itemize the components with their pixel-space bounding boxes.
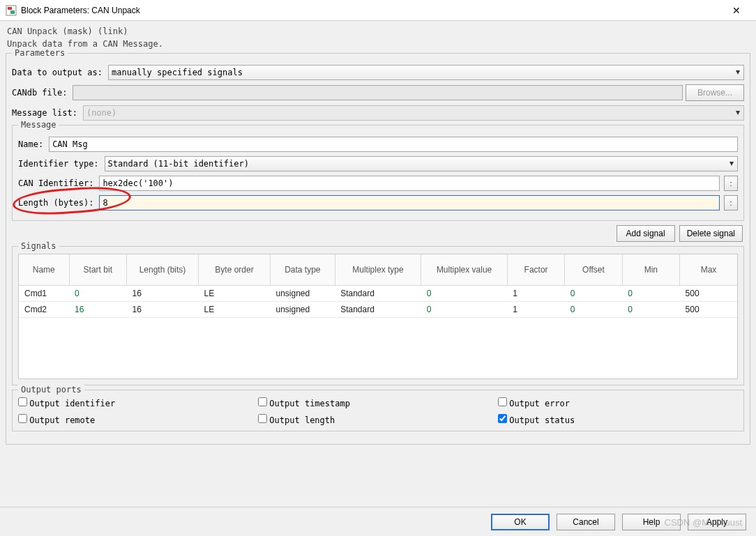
col-length-bits: Length (bits) (126, 254, 198, 285)
candb-file-input (73, 85, 683, 100)
cell-mvalue[interactable]: 0 (421, 285, 508, 301)
output-error-checkbox[interactable]: Output error (498, 397, 738, 408)
content-area: CAN Unpack (mask) (link) Unpack data fro… (0, 21, 756, 507)
message-fieldset: Message Name: Identifier type: Standard … (12, 125, 744, 221)
cell-factor[interactable]: 1 (507, 301, 564, 317)
cancel-button[interactable]: Cancel (557, 514, 615, 530)
col-multiplex-type: Multiplex type (335, 254, 421, 285)
signals-header-row: Name Start bit Length (bits) Byte order … (19, 254, 737, 285)
can-identifier-input[interactable] (99, 176, 720, 191)
help-button[interactable]: Help (622, 514, 681, 530)
can-identifier-label: CAN Identifier: (18, 178, 93, 188)
ok-button[interactable]: OK (491, 514, 550, 530)
data-to-output-select[interactable]: manually specified signals (108, 65, 744, 80)
output-timestamp-checkbox[interactable]: Output timestamp (258, 397, 498, 408)
add-signal-button[interactable]: Add signal (617, 225, 675, 242)
cell-mvalue[interactable]: 0 (421, 301, 508, 317)
close-button[interactable]: ✕ (723, 1, 750, 20)
length-more-button[interactable]: : (724, 195, 738, 210)
message-name-label: Name: (18, 139, 43, 149)
message-list-select: (none) (83, 105, 744, 121)
close-icon: ✕ (732, 5, 741, 16)
cell-max[interactable]: 500 (680, 285, 737, 301)
col-name: Name (19, 254, 69, 285)
col-min: Min (622, 254, 679, 285)
output-remote-checkbox[interactable]: Output remote (18, 414, 258, 425)
delete-signal-button[interactable]: Delete signal (679, 225, 743, 242)
cell-order[interactable]: LE (198, 285, 270, 301)
cell-min[interactable]: 0 (622, 301, 679, 317)
svg-rect-1 (8, 7, 12, 10)
length-label: Length (bytes): (18, 198, 93, 208)
length-input[interactable] (99, 195, 720, 210)
col-factor: Factor (507, 254, 564, 285)
col-max: Max (680, 254, 737, 285)
col-byte-order: Byte order (198, 254, 270, 285)
app-icon (6, 5, 17, 16)
col-multiplex-value: Multiplex value (421, 254, 508, 285)
cell-dtype[interactable]: unsigned (270, 301, 335, 317)
cell-offset[interactable]: 0 (565, 301, 622, 317)
cell-length[interactable]: 16 (126, 301, 198, 317)
message-legend: Message (18, 120, 59, 130)
message-list-label: Message list: (12, 108, 77, 118)
cell-order[interactable]: LE (198, 301, 270, 317)
browse-button: Browse... (686, 84, 744, 101)
col-start-bit: Start bit (69, 254, 126, 285)
apply-button[interactable]: Apply (688, 514, 746, 530)
mask-link-line: CAN Unpack (mask) (link) (7, 26, 750, 36)
message-name-input[interactable] (49, 137, 738, 152)
parameters-fieldset: Parameters Data to output as: manually s… (6, 53, 750, 445)
cell-factor[interactable]: 1 (507, 285, 564, 301)
signals-table-wrap[interactable]: Name Start bit Length (bits) Byte order … (18, 254, 738, 379)
data-to-output-label: Data to output as: (12, 68, 103, 77)
cell-start[interactable]: 16 (69, 301, 126, 317)
window-title: Block Parameters: CAN Unpack (21, 6, 140, 15)
output-ports-legend: Output ports (18, 385, 84, 395)
cell-name[interactable]: Cmd1 (19, 285, 69, 301)
output-identifier-checkbox[interactable]: Output identifier (18, 397, 258, 408)
table-row[interactable]: Cmd1016LEunsignedStandard0100500 (19, 285, 737, 301)
identifier-type-label: Identifier type: (18, 159, 99, 169)
parameters-legend: Parameters (12, 48, 68, 58)
table-row[interactable]: Cmd21616LEunsignedStandard0100500 (19, 301, 737, 317)
identifier-type-select[interactable]: Standard (11-bit identifier) (105, 156, 738, 171)
dialog-footer: OK Cancel Help Apply CSDN @Mr.Cssust (0, 507, 756, 536)
cell-name[interactable]: Cmd2 (19, 301, 69, 317)
can-identifier-more-button[interactable]: : (724, 176, 738, 191)
signals-table: Name Start bit Length (bits) Byte order … (19, 254, 737, 318)
svg-rect-2 (10, 10, 15, 14)
cell-dtype[interactable]: unsigned (270, 285, 335, 301)
titlebar: Block Parameters: CAN Unpack ✕ (0, 0, 756, 21)
cell-length[interactable]: 16 (126, 285, 198, 301)
output-status-checkbox[interactable]: Output status (498, 414, 738, 425)
candb-file-label: CANdb file: (12, 88, 67, 98)
signals-fieldset: Signals Name Start bit Length (bits) Byt… (12, 246, 744, 385)
output-length-checkbox[interactable]: Output length (258, 414, 498, 425)
cell-mtype[interactable]: Standard (335, 285, 421, 301)
cell-min[interactable]: 0 (622, 285, 679, 301)
output-ports-fieldset: Output ports Output identifier Output re… (12, 390, 744, 431)
description-line: Unpack data from a CAN Message. (7, 39, 750, 49)
cell-start[interactable]: 0 (69, 285, 126, 301)
cell-offset[interactable]: 0 (565, 285, 622, 301)
col-offset: Offset (565, 254, 622, 285)
signals-legend: Signals (18, 241, 59, 251)
col-data-type: Data type (270, 254, 335, 285)
cell-mtype[interactable]: Standard (335, 301, 421, 317)
cell-max[interactable]: 500 (680, 301, 737, 317)
